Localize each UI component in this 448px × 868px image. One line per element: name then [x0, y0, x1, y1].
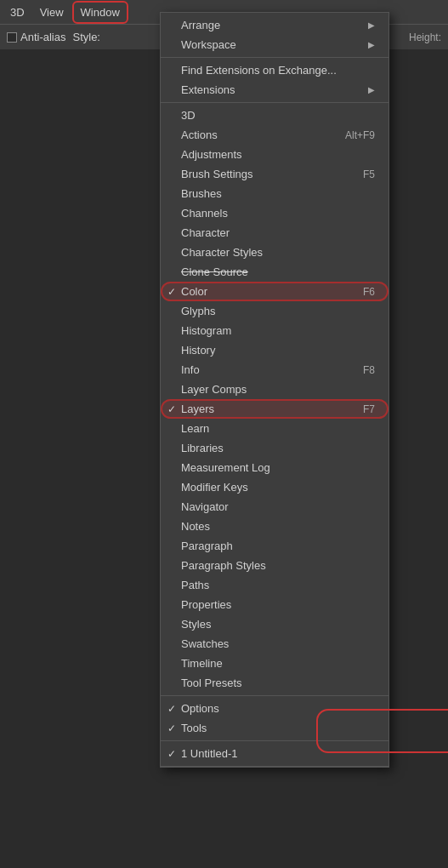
- menu-item-label: Actions: [181, 128, 218, 141]
- submenu-arrow-icon: ▶: [368, 85, 375, 94]
- menu-item-history[interactable]: History: [161, 340, 388, 360]
- menu-item-label: Brushes: [181, 187, 222, 200]
- menu-item-label: Layers: [181, 403, 214, 415]
- menu-item-modifier-keys[interactable]: Modifier Keys: [161, 477, 388, 497]
- menu-item-label: Paragraph Styles: [181, 559, 266, 572]
- menu-item-label: Clone Source: [181, 266, 248, 278]
- menu-item-options[interactable]: ✓Options: [161, 699, 388, 718]
- menu-item-label: Properties: [181, 598, 231, 611]
- menu-item-styles[interactable]: Styles: [161, 614, 388, 634]
- menu-item-label: Info: [181, 363, 200, 376]
- menu-item-label: Navigator: [181, 500, 229, 513]
- menu-item-actions[interactable]: ActionsAlt+F9: [161, 125, 388, 145]
- menu-item-brush-settings[interactable]: Brush SettingsF5: [161, 164, 388, 184]
- menu-item-tools[interactable]: ✓Tools: [161, 718, 388, 738]
- menu-item-label: Styles: [181, 618, 211, 631]
- menu-section-2: 3DActionsAlt+F9AdjustmentsBrush Settings…: [161, 103, 388, 696]
- menu-item-shortcut: Alt+F9: [328, 129, 375, 141]
- window-dropdown-menu: Arrange▶Workspace▶Find Extensions on Exc…: [160, 12, 389, 768]
- menu-item-character[interactable]: Character: [161, 223, 388, 243]
- submenu-arrow-icon: ▶: [368, 20, 375, 30]
- menu-item-navigator[interactable]: Navigator: [161, 497, 388, 517]
- menu-item-label: History: [181, 344, 215, 357]
- menu-item-notes[interactable]: Notes: [161, 517, 388, 536]
- menu-item-label: Timeline: [181, 657, 223, 670]
- checkmark-icon: ✓: [167, 748, 176, 760]
- height-label: Height:: [409, 31, 441, 43]
- menu-item-layer-comps[interactable]: Layer Comps: [161, 380, 388, 399]
- menu-item-label: Workspace: [181, 38, 236, 51]
- menu-view[interactable]: View: [33, 3, 71, 22]
- menu-item-label: Libraries: [181, 442, 224, 454]
- menu-item-paragraph[interactable]: Paragraph: [161, 536, 388, 556]
- menu-item-1-untitled-1[interactable]: ✓1 Untitled-1: [161, 744, 388, 763]
- menu-item-extensions[interactable]: Extensions▶: [161, 80, 388, 100]
- menu-item-measurement-log[interactable]: Measurement Log: [161, 458, 388, 477]
- menu-item-character-styles[interactable]: Character Styles: [161, 243, 388, 262]
- menu-item-label: Character Styles: [181, 246, 263, 259]
- menu-item-label: Adjustments: [181, 148, 242, 161]
- menu-item-label: Arrange: [181, 19, 220, 31]
- menu-item-label: Paragraph: [181, 540, 233, 552]
- menu-item-label: Measurement Log: [181, 461, 270, 474]
- menu-item-shortcut: F8: [346, 364, 375, 376]
- menu-item-properties[interactable]: Properties: [161, 595, 388, 614]
- menu-item-shortcut: F5: [346, 168, 375, 180]
- menu-section-4: ✓1 Untitled-1: [161, 741, 388, 767]
- antialias-label: Anti-alias: [20, 31, 65, 43]
- menu-item-label: 3D: [181, 109, 196, 122]
- menu-item-find-extensions-on-exchange---[interactable]: Find Extensions on Exchange...: [161, 60, 388, 80]
- menu-item-label: 1 Untitled-1: [181, 747, 237, 760]
- checkmark-icon: ✓: [167, 703, 176, 715]
- menu-item-channels[interactable]: Channels: [161, 203, 388, 223]
- menu-item-label: Notes: [181, 520, 210, 533]
- menu-section-1: Find Extensions on Exchange...Extensions…: [161, 58, 388, 103]
- menu-section-0: Arrange▶Workspace▶: [161, 13, 388, 58]
- menu-item-layers[interactable]: ✓LayersF7: [161, 399, 388, 419]
- antialias-option: Anti-alias: [7, 31, 65, 43]
- menu-item-label: Color: [181, 285, 207, 298]
- menu-item-label: Layer Comps: [181, 383, 247, 396]
- menu-item-arrange[interactable]: Arrange▶: [161, 15, 388, 35]
- menu-section-3: ✓Options✓Tools: [161, 696, 388, 741]
- menu-item-shortcut: F6: [346, 286, 375, 298]
- menu-item-paragraph-styles[interactable]: Paragraph Styles: [161, 556, 388, 575]
- menu-item-timeline[interactable]: Timeline: [161, 654, 388, 673]
- menu-item-brushes[interactable]: Brushes: [161, 184, 388, 203]
- menu-item-histogram[interactable]: Histogram: [161, 321, 388, 340]
- menu-item-label: Find Extensions on Exchange...: [181, 64, 337, 77]
- menu-item-tool-presets[interactable]: Tool Presets: [161, 673, 388, 693]
- menu-window[interactable]: Window: [72, 1, 128, 24]
- menu-item-paths[interactable]: Paths: [161, 575, 388, 595]
- style-label: Style:: [72, 31, 100, 43]
- menu-item-label: Paths: [181, 579, 209, 591]
- antialias-checkbox[interactable]: [7, 32, 17, 43]
- checkmark-icon: ✓: [167, 403, 176, 415]
- menu-item-label: Tools: [181, 722, 207, 734]
- menu-item-label: Extensions: [181, 83, 235, 96]
- menu-item-adjustments[interactable]: Adjustments: [161, 145, 388, 164]
- menu-item-glyphs[interactable]: Glyphs: [161, 301, 388, 321]
- menu-3d[interactable]: 3D: [3, 3, 31, 22]
- menu-item-learn[interactable]: Learn: [161, 419, 388, 438]
- menu-item-swatches[interactable]: Swatches: [161, 634, 388, 654]
- menu-item-workspace[interactable]: Workspace▶: [161, 35, 388, 54]
- menu-item-label: Options: [181, 702, 219, 715]
- menu-item-label: Glyphs: [181, 305, 215, 317]
- submenu-arrow-icon: ▶: [368, 40, 375, 49]
- menu-item-3d[interactable]: 3D: [161, 106, 388, 125]
- menu-item-shortcut: F7: [346, 403, 375, 415]
- menu-item-label: Tool Presets: [181, 677, 242, 689]
- menu-item-label: Modifier Keys: [181, 481, 248, 494]
- menu-item-clone-source[interactable]: Clone Source: [161, 262, 388, 282]
- menu-item-info[interactable]: InfoF8: [161, 360, 388, 380]
- menu-item-label: Learn: [181, 422, 209, 435]
- menu-item-label: Histogram: [181, 324, 231, 337]
- checkmark-icon: ✓: [167, 722, 176, 734]
- menu-item-label: Swatches: [181, 637, 229, 650]
- menu-item-label: Character: [181, 226, 230, 239]
- checkmark-icon: ✓: [167, 286, 176, 298]
- menu-item-libraries[interactable]: Libraries: [161, 438, 388, 458]
- menu-item-color[interactable]: ✓ColorF6: [161, 282, 388, 301]
- menu-item-label: Channels: [181, 207, 228, 220]
